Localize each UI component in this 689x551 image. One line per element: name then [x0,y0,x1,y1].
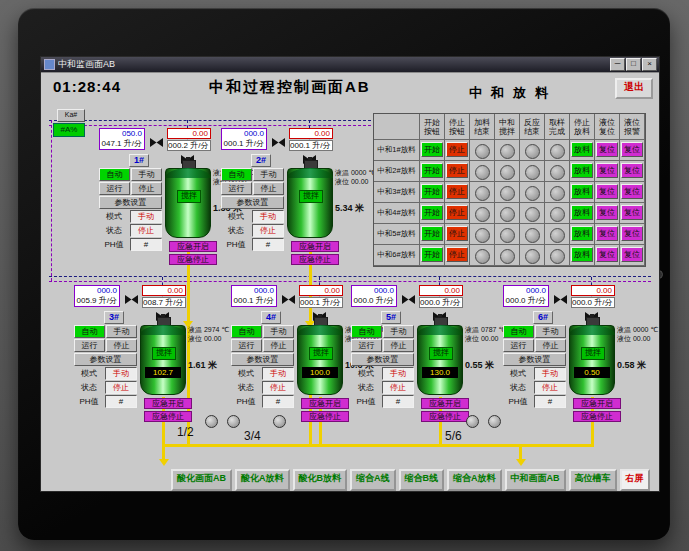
manual-button[interactable]: 手动 [263,325,294,338]
start-button[interactable]: 开始 [421,247,443,262]
discharge-button[interactable]: 放料 [571,247,593,262]
discharge-button[interactable]: 放料 [571,226,593,241]
alarm-reset-button[interactable]: 复位 [621,247,643,262]
level-reset-button[interactable]: 复位 [596,247,618,262]
start-button[interactable]: 开始 [421,226,443,241]
emergency-open-button[interactable]: 应急开启 [291,241,339,252]
flow-alarm-display: 0.00 [419,285,463,296]
flow-actual-display: 000.2 升/分 [167,140,211,151]
stir-indicator[interactable]: 搅拌 [309,347,333,360]
auto-button[interactable]: 自动 [231,325,262,338]
stop-button[interactable]: 停止 [446,184,468,199]
manual-button[interactable]: 手动 [383,325,414,338]
window-titlebar[interactable]: 中和监画面AB ─ □ × [41,57,659,72]
auto-button[interactable]: 自动 [351,325,382,338]
run-button[interactable]: 运行 [74,339,105,352]
manual-button[interactable]: 手动 [535,325,566,338]
auto-button[interactable]: 自动 [99,168,130,181]
stir-indicator[interactable]: 搅拌 [177,190,201,203]
run-button[interactable]: 运行 [231,339,262,352]
params-button[interactable]: 参数设置 [221,196,284,209]
maximize-button[interactable]: □ [626,58,641,71]
emergency-open-button[interactable]: 应急开启 [573,398,621,409]
manual-button[interactable]: 手动 [131,168,162,181]
run-button[interactable]: 运行 [99,182,130,195]
stop-button[interactable]: 停止 [535,339,566,352]
discharge-button[interactable]: 放料 [571,184,593,199]
emergency-open-button[interactable]: 应急开启 [169,241,217,252]
nav-button-5[interactable]: 缩合B线 [399,469,445,491]
discharge-button[interactable]: 放料 [571,205,593,220]
exit-button[interactable]: 退出 [615,78,653,99]
alarm-reset-button[interactable]: 复位 [621,142,643,157]
params-button[interactable]: 参数设置 [503,353,566,366]
stir-indicator[interactable]: 搅拌 [429,347,453,360]
tank-module-3#: 000.0005.9 升/分0.00008.7 升/分3#自动手动运行停止参数设… [74,285,224,435]
stop-button[interactable]: 停止 [131,182,162,195]
manual-button[interactable]: 手动 [106,325,137,338]
nav-button-2[interactable]: 酸化A放料 [235,469,290,491]
minimize-button[interactable]: ─ [610,58,625,71]
params-button[interactable]: 参数设置 [99,196,162,209]
emergency-open-button[interactable]: 应急开启 [421,398,469,409]
manual-button[interactable]: 手动 [253,168,284,181]
level-reset-button[interactable]: 复位 [596,163,618,178]
run-button[interactable]: 运行 [503,339,534,352]
stir-indicator[interactable]: 搅拌 [299,190,323,203]
emergency-stop-button[interactable]: 应急停止 [301,411,349,422]
level-reset-button[interactable]: 复位 [596,184,618,199]
level-reset-button[interactable]: 复位 [596,205,618,220]
nav-button-4[interactable]: 缩合A线 [350,469,396,491]
run-button[interactable]: 运行 [221,182,252,195]
stop-button[interactable]: 停止 [446,163,468,178]
stir-indicator[interactable]: 搅拌 [152,347,176,360]
emergency-open-button[interactable]: 应急开启 [301,398,349,409]
stir-indicator[interactable]: 搅拌 [581,347,605,360]
start-button[interactable]: 开始 [421,205,443,220]
level-reset-button[interactable]: 复位 [596,142,618,157]
tag-button[interactable]: Ka# [57,109,85,122]
start-button[interactable]: 开始 [421,163,443,178]
level-reset-button[interactable]: 复位 [596,226,618,241]
mode-value: 手动 [382,367,414,380]
nav-button-6[interactable]: 缩合A放料 [447,469,502,491]
emergency-stop-button[interactable]: 应急停止 [421,411,469,422]
emergency-open-button[interactable]: 应急开启 [144,398,192,409]
nav-button-3[interactable]: 酸化B放料 [293,469,348,491]
params-button[interactable]: 参数设置 [74,353,137,366]
close-button[interactable]: × [642,58,657,71]
start-button[interactable]: 开始 [421,142,443,157]
stop-button[interactable]: 停止 [446,205,468,220]
level-readout: 液位 00.00 [617,334,657,343]
params-button[interactable]: 参数设置 [351,353,414,366]
nav-button-1[interactable]: 酸化画面AB [171,469,232,491]
state-value: 停止 [252,224,284,237]
alarm-reset-button[interactable]: 复位 [621,184,643,199]
nav-button-9[interactable]: 右屏 [620,469,650,491]
start-button[interactable]: 开始 [421,184,443,199]
emergency-stop-button[interactable]: 应急停止 [573,411,621,422]
alarm-reset-button[interactable]: 复位 [621,205,643,220]
stop-button[interactable]: 停止 [383,339,414,352]
stop-button[interactable]: 停止 [446,142,468,157]
auto-button[interactable]: 自动 [74,325,105,338]
alarm-reset-button[interactable]: 复位 [621,163,643,178]
emergency-stop-button[interactable]: 应急停止 [144,411,192,422]
nav-button-7[interactable]: 中和画面AB [505,469,566,491]
stop-button[interactable]: 停止 [106,339,137,352]
emergency-stop-button[interactable]: 应急停止 [169,254,217,265]
stop-button[interactable]: 停止 [446,226,468,241]
row-label: 中和6#放料 [374,245,420,266]
params-button[interactable]: 参数设置 [231,353,294,366]
stop-button[interactable]: 停止 [253,182,284,195]
nav-button-8[interactable]: 高位槽车 [569,469,617,491]
discharge-button[interactable]: 放料 [571,163,593,178]
alarm-reset-button[interactable]: 复位 [621,226,643,241]
auto-button[interactable]: 自动 [221,168,252,181]
stop-button[interactable]: 停止 [263,339,294,352]
discharge-button[interactable]: 放料 [571,142,593,157]
stop-button[interactable]: 停止 [446,247,468,262]
auto-button[interactable]: 自动 [503,325,534,338]
run-button[interactable]: 运行 [351,339,382,352]
emergency-stop-button[interactable]: 应急停止 [291,254,339,265]
